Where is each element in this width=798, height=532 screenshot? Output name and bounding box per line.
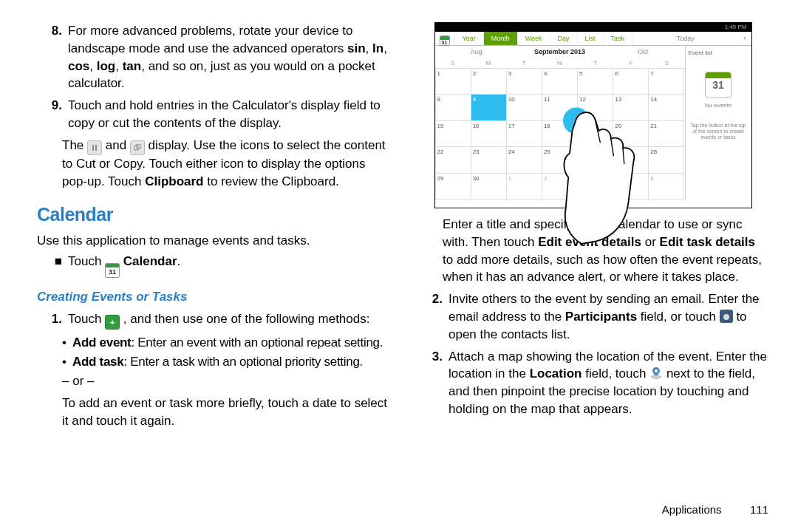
- step-3: 3. Attach a map showing the location of …: [417, 348, 768, 418]
- weekday-header: SMTWTFS: [435, 58, 685, 68]
- square-bullet: ■: [37, 253, 68, 270]
- section-label: Applications: [662, 503, 722, 516]
- brief-add-paragraph: To add an event or task more briefly, to…: [62, 395, 388, 430]
- create-step-1: 1. Touch + , and then use one of the fol…: [37, 310, 388, 330]
- calendar-heading: Calendar: [37, 202, 388, 228]
- step-number: 8.: [37, 22, 68, 40]
- status-bar: 1:45 PM: [435, 23, 751, 32]
- cut-icon: [87, 140, 102, 155]
- step-number: 1.: [37, 310, 68, 328]
- step-9-body: Touch and hold entries in the Calculator…: [68, 97, 388, 132]
- step-9: 9. Touch and hold entries in the Calcula…: [37, 97, 388, 132]
- tab-day: Day: [550, 32, 578, 45]
- calendar-mini-icon: 31: [435, 32, 455, 45]
- today-button: Today: [672, 32, 699, 45]
- para-enter-title: Enter a title and specify which calendar…: [443, 216, 768, 286]
- tab-month: Month: [484, 32, 518, 45]
- copy-icon: [130, 140, 145, 155]
- svg-rect-1: [95, 145, 97, 151]
- step-number: 3.: [417, 348, 449, 366]
- left-column: 8. For more advanced problems, rotate yo…: [37, 22, 388, 517]
- sub-add-task: • Add task: Enter a task with an optiona…: [62, 353, 388, 371]
- step-number: 2.: [417, 290, 449, 308]
- contacts-icon: [720, 310, 733, 323]
- tab-task: Task: [604, 32, 633, 45]
- month-switcher: Aug September 2013 Oct: [435, 46, 685, 58]
- step-number: 9.: [37, 97, 68, 115]
- or-divider: – or –: [62, 372, 388, 390]
- tablet-frame: 1:45 PM 31 Year Month Week Day List Task…: [434, 22, 752, 208]
- touch-calendar-row: ■ Touch 31 Calendar.: [37, 253, 388, 278]
- creating-events-heading: Creating Events or Tasks: [37, 288, 388, 306]
- add-button: +: [738, 32, 751, 45]
- page-number: 111: [750, 503, 768, 516]
- tab-year: Year: [455, 32, 484, 45]
- sub-add-event: • Add event: Enter an event with an opti…: [62, 334, 388, 352]
- tab-list: List: [578, 32, 604, 45]
- step-2: 2. Invite others to the event by sending…: [417, 290, 768, 343]
- calendar-intro: Use this application to manage events an…: [37, 232, 388, 250]
- add-icon: +: [105, 315, 120, 330]
- right-column: 1:45 PM 31 Year Month Week Day List Task…: [417, 22, 768, 517]
- month-grid: 1234567 891011121314 15161718192021 2223…: [435, 68, 685, 200]
- event-list-pane: Event list 31 No events Tap the button a…: [685, 46, 751, 200]
- map-pin-icon: [649, 366, 663, 380]
- clipboard-paragraph: The and display. Use the icons to select…: [62, 137, 388, 191]
- calendar-app-icon: 31: [105, 263, 120, 278]
- svg-rect-0: [92, 145, 94, 151]
- tab-week: Week: [518, 32, 550, 45]
- svg-point-5: [655, 369, 658, 372]
- step-8-body: For more advanced problems, rotate your …: [68, 22, 388, 92]
- calendar-screenshot-figure: 1:45 PM 31 Year Month Week Day List Task…: [434, 22, 752, 208]
- big-calendar-icon: 31: [705, 72, 732, 98]
- tab-bar: 31 Year Month Week Day List Task Today +: [435, 32, 751, 46]
- page-footer: Applications 111: [417, 496, 768, 517]
- step-8: 8. For more advanced problems, rotate yo…: [37, 22, 388, 92]
